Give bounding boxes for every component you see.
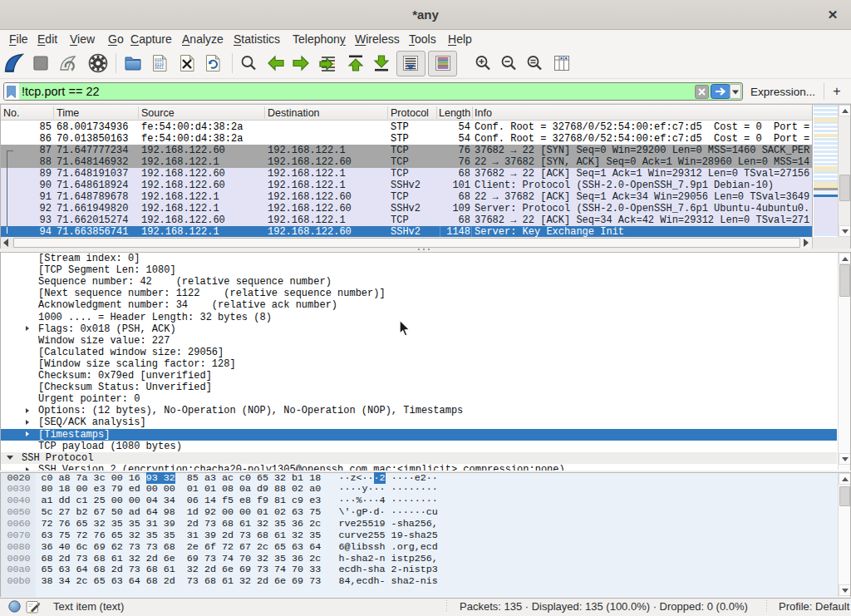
svg-text:0011: 0011 (155, 66, 164, 70)
